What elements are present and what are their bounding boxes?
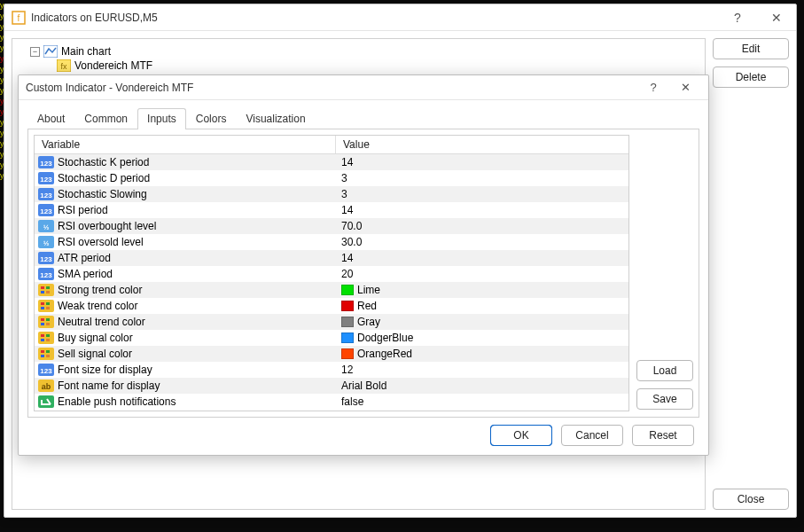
input-value[interactable]: 20 — [341, 268, 353, 280]
svg-rect-22 — [41, 286, 44, 289]
dialog-help-button[interactable]: ? — [637, 81, 669, 94]
input-row[interactable]: 123SMA period20 — [35, 266, 628, 282]
input-variable-name: Font size for display — [58, 364, 152, 376]
svg-text:123: 123 — [40, 192, 52, 200]
svg-rect-37 — [41, 334, 44, 337]
input-value[interactable]: 14 — [341, 204, 353, 216]
delete-button[interactable]: Delete — [713, 66, 789, 88]
svg-rect-23 — [46, 286, 50, 289]
custom-indicator-icon: fx — [57, 59, 71, 72]
svg-rect-41 — [38, 348, 54, 360]
input-value[interactable]: 12 — [341, 364, 353, 376]
input-value[interactable]: 14 — [341, 156, 353, 168]
svg-rect-21 — [38, 284, 54, 296]
input-value[interactable]: Red — [357, 300, 377, 312]
input-row[interactable]: Sell signal colorOrangeRed — [35, 346, 628, 362]
color-type-icon — [38, 348, 54, 360]
int-type-icon: 123 — [38, 252, 54, 264]
input-variable-name: ATR period — [58, 252, 111, 264]
close-icon[interactable]: ✕ — [757, 4, 796, 31]
svg-rect-32 — [41, 318, 44, 321]
input-row[interactable]: ½RSI oversold level30.0 — [35, 234, 628, 250]
svg-rect-43 — [46, 350, 50, 353]
input-row[interactable]: Weak trend colorRed — [35, 298, 628, 314]
int-type-icon: 123 — [38, 364, 54, 376]
tab-inputs[interactable]: Inputs — [137, 108, 186, 129]
edit-button[interactable]: Edit — [713, 38, 789, 59]
color-type-icon — [38, 300, 54, 312]
input-row[interactable]: abFont name for displayArial Bold — [35, 378, 628, 394]
input-value[interactable]: DodgerBlue — [357, 332, 413, 344]
input-row[interactable]: 123Stochastic K period14 — [35, 154, 628, 170]
input-variable-name: Weak trend color — [58, 300, 138, 312]
input-row[interactable]: ½RSI overbought level70.0 — [35, 218, 628, 234]
input-value[interactable]: 14 — [341, 252, 353, 264]
input-row[interactable]: 123Font size for display12 — [35, 362, 628, 378]
input-row[interactable]: 123RSI period14 — [35, 202, 628, 218]
input-variable-name: Strong trend color — [58, 284, 142, 296]
input-row[interactable]: Strong trend colorLime — [35, 282, 628, 298]
save-button[interactable]: Save — [636, 388, 693, 410]
svg-text:123: 123 — [40, 160, 52, 168]
input-value[interactable]: Lime — [357, 284, 380, 296]
cancel-button[interactable]: Cancel — [561, 425, 623, 446]
chart-icon — [43, 45, 58, 58]
tree-row-main-chart[interactable]: − Main chart — [18, 44, 699, 59]
input-value[interactable]: 30.0 — [341, 236, 362, 248]
header-variable: Variable — [35, 136, 336, 153]
input-row[interactable]: 123Stochastic D period3 — [35, 170, 628, 186]
svg-text:ab: ab — [42, 382, 51, 391]
svg-rect-44 — [41, 355, 44, 357]
input-value[interactable]: 3 — [341, 172, 347, 184]
svg-text:f: f — [18, 13, 20, 23]
svg-text:123: 123 — [40, 207, 52, 215]
input-variable-name: Enable push notifications — [58, 395, 176, 408]
svg-rect-33 — [46, 318, 50, 321]
tab-visualization[interactable]: Visualization — [236, 108, 315, 129]
svg-rect-29 — [41, 307, 44, 309]
input-value[interactable]: Arial Bold — [341, 379, 386, 392]
svg-rect-27 — [41, 302, 44, 305]
load-button[interactable]: Load — [636, 360, 693, 381]
inputs-panel: Variable Value 123Stochastic K period141… — [27, 129, 699, 418]
tree-toggle-collapse-icon[interactable]: − — [30, 47, 40, 57]
input-variable-name: RSI period — [58, 204, 108, 216]
int-type-icon: 123 — [38, 156, 54, 168]
tab-colors[interactable]: Colors — [186, 108, 237, 129]
close-button[interactable]: Close — [713, 489, 789, 510]
input-row[interactable]: Neutral trend colorGray — [35, 314, 628, 330]
tab-about[interactable]: About — [27, 108, 74, 129]
input-row[interactable]: Buy signal colorDodgerBlue — [35, 330, 628, 346]
string-type-icon: ab — [38, 379, 54, 392]
int-type-icon: 123 — [38, 268, 54, 280]
ok-button[interactable]: OK — [490, 425, 552, 446]
window-title: Indicators on EURUSD,M5 — [31, 12, 158, 24]
input-value[interactable]: Gray — [357, 316, 380, 328]
input-row[interactable]: Enable push notificationsfalse — [35, 394, 628, 410]
dialog-close-icon[interactable]: ✕ — [669, 81, 701, 94]
svg-rect-45 — [46, 355, 50, 357]
int-type-icon: 123 — [38, 188, 54, 200]
svg-text:fx: fx — [60, 62, 67, 71]
input-variable-name: RSI overbought level — [58, 220, 156, 232]
tree-row-indicator[interactable]: fx Vondereich MTF — [18, 59, 699, 73]
svg-rect-26 — [38, 300, 54, 312]
reset-button[interactable]: Reset — [632, 425, 694, 446]
dialog-tabs: About Common Inputs Colors Visualization — [27, 107, 699, 129]
svg-text:½: ½ — [43, 239, 50, 247]
svg-rect-34 — [41, 323, 44, 325]
svg-rect-24 — [41, 291, 44, 293]
input-row[interactable]: 123Stochastic Slowing3 — [35, 186, 628, 202]
dialog-footer: OK Cancel Reset — [27, 418, 699, 448]
inputs-grid[interactable]: Variable Value 123Stochastic K period141… — [34, 135, 629, 411]
help-button[interactable]: ? — [718, 4, 757, 31]
input-value[interactable]: 70.0 — [341, 220, 362, 232]
input-row[interactable]: 123ATR period14 — [35, 250, 628, 266]
color-swatch — [341, 285, 354, 295]
input-value[interactable]: OrangeRed — [357, 348, 412, 360]
int-type-icon: 123 — [38, 172, 54, 184]
color-swatch — [341, 348, 354, 359]
tab-common[interactable]: Common — [74, 108, 137, 129]
input-value[interactable]: false — [341, 395, 363, 408]
input-value[interactable]: 3 — [341, 188, 347, 200]
